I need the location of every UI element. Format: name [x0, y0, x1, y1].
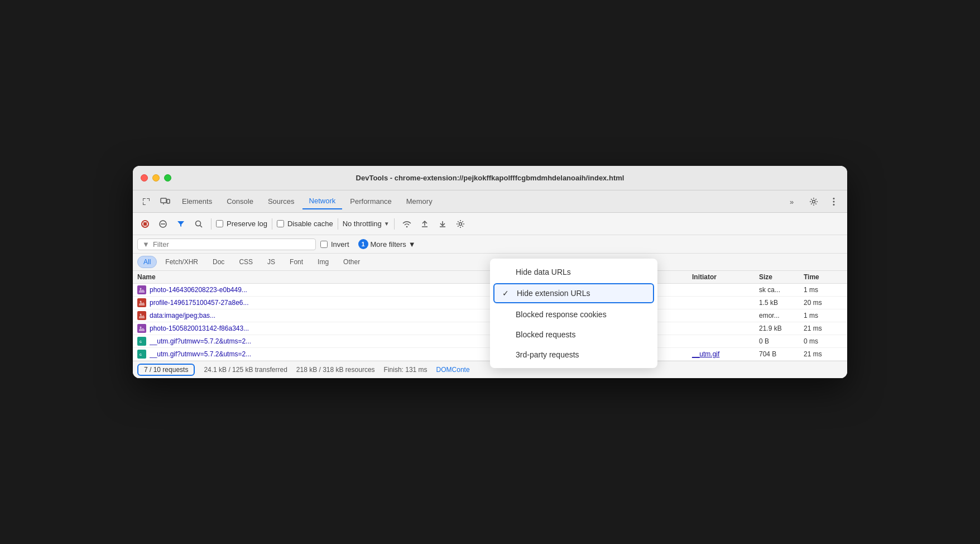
svg-point-24 — [459, 222, 462, 225]
dropdown-item-third-party[interactable]: 3rd-party requests — [490, 345, 657, 365]
toolbar-divider-3 — [338, 218, 338, 230]
window-title: DevTools - chrome-extension://pejkokffka… — [356, 174, 624, 182]
preserve-log-input[interactable] — [216, 220, 223, 227]
network-settings-icon[interactable] — [453, 216, 468, 232]
row-time: 0 ms — [804, 337, 843, 345]
status-transferred: 24.1 kB / 125 kB transferred — [204, 366, 287, 374]
invert-checkbox[interactable]: Invert — [320, 240, 349, 249]
row-icon-jpeg-2 — [137, 311, 146, 320]
col-header-size[interactable]: Size — [759, 273, 804, 281]
row-icon-gif-2: G — [137, 350, 146, 359]
svg-point-18 — [196, 221, 201, 226]
invert-input[interactable] — [320, 241, 328, 248]
more-filters-button[interactable]: 1 More filters ▼ — [354, 237, 420, 251]
row-time: 21 ms — [804, 350, 843, 358]
row-size: 704 B — [759, 350, 804, 358]
dropdown-item-blocked-requests[interactable]: Blocked requests — [490, 325, 657, 345]
filter-bar: ▼ Invert 1 More filters ▼ Hide data URLs… — [133, 235, 847, 254]
disable-cache-checkbox[interactable]: Disable cache — [277, 219, 333, 228]
col-header-initiator[interactable]: Initiator — [692, 273, 759, 281]
download-icon[interactable] — [435, 216, 450, 232]
cursor-icon[interactable] — [137, 193, 155, 211]
row-time: 1 ms — [804, 312, 843, 319]
svg-point-28 — [140, 301, 142, 303]
tab-sources[interactable]: Sources — [261, 194, 301, 209]
row-size: emor... — [759, 312, 804, 319]
row-size: sk ca... — [759, 286, 804, 294]
more-filters-arrow-icon: ▼ — [409, 240, 416, 249]
tab-console[interactable]: Console — [220, 194, 260, 209]
tab-performance[interactable]: Performance — [343, 194, 398, 209]
tabs-bar: Elements Console Sources Network Perform… — [133, 190, 847, 213]
svg-point-13 — [833, 204, 835, 206]
svg-rect-5 — [143, 202, 143, 205]
tab-elements[interactable]: Elements — [175, 194, 219, 209]
close-button[interactable] — [141, 174, 148, 182]
filter-input[interactable] — [153, 240, 311, 249]
svg-rect-6 — [161, 198, 166, 203]
search-button[interactable] — [191, 216, 206, 232]
type-filter-css[interactable]: CSS — [233, 256, 259, 268]
toolbar-divider-4 — [394, 218, 395, 230]
throttle-select[interactable]: No throttling ▼ — [343, 219, 390, 228]
svg-text:G: G — [140, 353, 142, 356]
type-filter-img[interactable]: Img — [311, 256, 335, 268]
row-time: 1 ms — [804, 286, 843, 294]
svg-rect-15 — [143, 222, 147, 226]
wifi-icon[interactable] — [399, 216, 415, 232]
status-resources: 218 kB / 318 kB resources — [296, 366, 375, 374]
row-size: 1.5 kB — [759, 299, 804, 307]
svg-point-10 — [813, 200, 815, 203]
row-icon-jpeg — [137, 298, 146, 307]
row-icon-gif: G — [137, 337, 146, 346]
type-filter-all[interactable]: All — [137, 256, 157, 268]
minimize-button[interactable] — [152, 174, 160, 182]
row-size: 21.9 kB — [759, 325, 804, 332]
row-icon-img — [137, 285, 146, 294]
devtools-panel: Elements Console Sources Network Perform… — [133, 190, 847, 378]
filter-badge: 1 — [358, 239, 368, 249]
row-size: 0 B — [759, 337, 804, 345]
svg-rect-7 — [167, 199, 170, 203]
svg-point-30 — [140, 314, 142, 316]
stop-recording-button[interactable] — [137, 216, 153, 232]
check-icon: ✓ — [502, 289, 511, 298]
tab-memory[interactable]: Memory — [400, 194, 439, 209]
svg-point-11 — [833, 198, 835, 199]
row-time: 21 ms — [804, 325, 843, 332]
row-initiator: __utm.gif — [692, 350, 759, 358]
type-filter-doc[interactable]: Doc — [206, 256, 230, 268]
filter-input-wrap: ▼ — [137, 238, 316, 250]
col-header-time[interactable]: Time — [804, 273, 843, 281]
dropdown-item-hide-data-urls[interactable]: Hide data URLs — [490, 262, 657, 282]
more-filters-dropdown: Hide data URLs ✓ Hide extension URLs Blo… — [490, 259, 657, 368]
more-tabs-icon[interactable]: » — [785, 193, 803, 211]
upload-icon[interactable] — [417, 216, 433, 232]
dropdown-item-hide-extension-urls[interactable]: ✓ Hide extension URLs — [493, 283, 654, 303]
more-options-icon[interactable] — [825, 193, 843, 211]
settings-icon[interactable] — [805, 193, 823, 211]
clear-button[interactable] — [155, 216, 171, 232]
status-domconte: DOMConte — [436, 366, 470, 374]
filter-button[interactable] — [173, 216, 189, 232]
svg-line-19 — [200, 225, 203, 227]
tab-network[interactable]: Network — [302, 193, 343, 209]
svg-rect-1 — [143, 198, 143, 201]
row-icon-img-2 — [137, 324, 146, 333]
dropdown-item-blocked-cookies[interactable]: Blocked response cookies — [490, 304, 657, 325]
type-filter-js[interactable]: JS — [261, 256, 281, 268]
row-time: 20 ms — [804, 299, 843, 307]
type-filter-font[interactable]: Font — [284, 256, 309, 268]
toolbar-divider-2 — [272, 218, 272, 230]
status-finish: Finish: 131 ms — [384, 366, 427, 374]
type-filter-fetchxhr[interactable]: Fetch/XHR — [159, 256, 204, 268]
network-toolbar: Preserve log Disable cache No throttling… — [133, 213, 847, 235]
toolbar-divider-1 — [211, 218, 212, 230]
preserve-log-checkbox[interactable]: Preserve log — [216, 219, 267, 228]
traffic-lights — [141, 174, 171, 182]
type-filter-other[interactable]: Other — [337, 256, 366, 268]
maximize-button[interactable] — [164, 174, 171, 182]
device-toggle-icon[interactable] — [156, 193, 174, 211]
disable-cache-input[interactable] — [277, 220, 284, 227]
status-requests: 7 / 10 requests — [137, 364, 195, 376]
